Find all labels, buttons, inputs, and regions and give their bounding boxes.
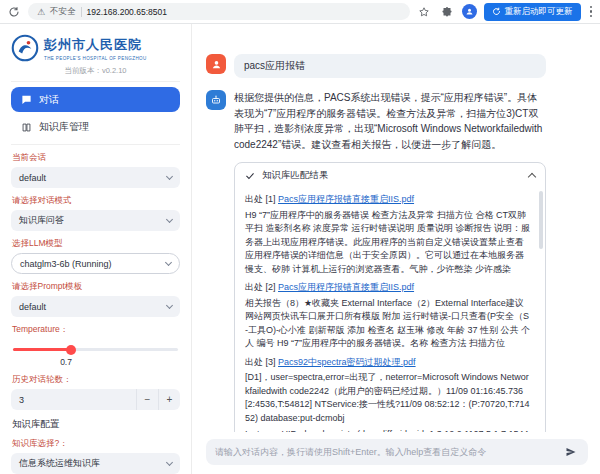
sidebar-divider <box>11 144 180 145</box>
bookmark-star-button[interactable] <box>416 4 432 20</box>
chevron-down-icon <box>166 216 173 223</box>
nav-kb-manage[interactable]: 知识库管理 <box>11 115 180 139</box>
history-rounds-value[interactable]: 3 <box>11 389 136 410</box>
prompt-template-label: 请选择Prompt模板 <box>12 281 179 293</box>
source-body: 相关报告（8）★收藏夹 External Interface（2）Externa… <box>245 297 531 351</box>
llm-model-label: 选择LLM模型 <box>12 238 179 250</box>
source-body: H9 “7”应用程序中的服务器错误 检查方法及异常 扫描方位 合格 CT双肺平扫… <box>245 209 531 277</box>
source-line: 出处 [1] Pacs应用程序报错直接重启IIS.pdf <box>245 193 531 207</box>
browser-actions: 重新启动即可更新 <box>416 3 595 21</box>
robot-icon <box>210 94 222 106</box>
source-prefix: 出处 [1] <box>245 194 276 204</box>
expander-scrollbar-thumb[interactable] <box>539 191 543 249</box>
assistant-message-body: 根据您提供的信息，PACS系统出现错误，提示“应用程序错误”。具体表现为“7”应… <box>234 90 546 432</box>
source-prefix: 出处 [2] <box>245 282 276 292</box>
chevron-down-icon <box>166 173 173 180</box>
kb-select-label: 知识库选择?： <box>12 438 179 450</box>
person-icon <box>211 59 222 70</box>
app-version: 当前版本：v0.2.10 <box>11 66 180 76</box>
source-body: [D1]，user=spectra,error=出现了，neterror=Mic… <box>245 371 531 425</box>
chat-input-bar <box>206 439 588 465</box>
kb-match-expander-header[interactable]: 知识库匹配结果 <box>235 163 545 188</box>
address-bar[interactable]: ⚠ 不安全 192.168.200.65:8501 <box>28 3 410 20</box>
session-label: 当前会话 <box>12 152 179 164</box>
check-icon <box>245 171 255 181</box>
dialog-mode-value: 知识库问答 <box>19 214 64 227</box>
source-line: 出处 [2] Pacs应用程序报错直接重启IIS.pdf <box>245 281 531 295</box>
increment-button[interactable]: + <box>158 389 180 410</box>
user-avatar <box>206 54 226 74</box>
decrement-button[interactable]: − <box>136 389 158 410</box>
reload-icon <box>8 6 20 18</box>
temperature-value: 0.7 <box>60 357 180 367</box>
kb-match-expander-content: 出处 [1] Pacs应用程序报错直接重启IIS.pdf H9 “7”应用程序中… <box>235 193 545 432</box>
dialog-mode-select[interactable]: 知识库问答 <box>11 210 180 231</box>
chevron-down-icon <box>166 302 173 309</box>
source-link[interactable]: Pacs应用程序报错直接重启IIS.pdf <box>278 194 414 204</box>
sidebar-divider <box>11 81 180 82</box>
history-rounds-label: 历史对话轮数： <box>12 374 179 386</box>
temperature-label: Temperature： <box>12 324 179 336</box>
prompt-template-select[interactable]: default <box>11 296 180 317</box>
nav-dialog-button[interactable]: 对话 <box>11 87 180 112</box>
send-icon <box>565 446 577 458</box>
sidebar: 彭州市人民医院 THE PEOPLE'S HOSPITAL OF PENGZHO… <box>0 24 192 474</box>
person-icon <box>465 7 474 16</box>
nav-kb-label: 知识库管理 <box>39 120 89 134</box>
restart-update-button[interactable]: 重新启动即可更新 <box>484 3 581 21</box>
temperature-slider[interactable] <box>13 344 178 354</box>
kb-select-value: 信息系统运维知识库 <box>19 457 100 470</box>
update-reload-icon <box>492 7 501 16</box>
app-root: 彭州市人民医院 THE PEOPLE'S HOSPITAL OF PENGZHO… <box>0 24 600 474</box>
url-text: 192.168.200.65:8501 <box>87 7 167 17</box>
source-line: 出处 [3] Pacs92中spectra密码过期处理.pdf <box>245 356 531 370</box>
assistant-avatar <box>206 90 226 110</box>
update-button-label: 重新启动即可更新 <box>505 6 573 18</box>
profile-avatar[interactable] <box>462 4 477 19</box>
chat-message-list: pacs应用报错 根据您提供的信息，PACS系统出现错误，提示“应用程序错误”。… <box>192 24 600 432</box>
book-icon <box>21 122 32 133</box>
user-message-text: pacs应用报错 <box>234 54 546 78</box>
hospital-logo: 彭州市人民医院 THE PEOPLE'S HOSPITAL OF PENGZHO… <box>11 34 180 62</box>
prompt-template-value: default <box>19 302 46 312</box>
session-value: default <box>19 173 46 183</box>
chevron-up-icon <box>528 173 536 181</box>
kb-config-header[interactable]: 知识库配置 <box>12 418 179 431</box>
hospital-name-en: THE PEOPLE'S HOSPITAL OF PENGZHOU <box>44 56 147 61</box>
security-label: 不安全 <box>50 6 76 18</box>
not-secure-warning-icon: ⚠ <box>37 7 45 17</box>
kb-select[interactable]: 信息系统运维知识库 <box>11 453 180 474</box>
slider-thumb[interactable] <box>66 345 76 355</box>
source-prefix: 出处 [3] <box>245 357 276 367</box>
hospital-emblem-icon <box>11 34 39 62</box>
reload-button[interactable] <box>6 4 22 20</box>
slider-fill <box>13 348 71 351</box>
llm-model-value: chatglm3-6b (Running) <box>20 259 112 269</box>
chevron-down-icon <box>166 459 173 466</box>
star-icon <box>418 6 430 18</box>
assistant-message-text: 根据您提供的信息，PACS系统出现错误，提示“应用程序错误”。具体表现为“7”应… <box>234 90 546 152</box>
extensions-button[interactable] <box>439 4 455 20</box>
chat-input[interactable] <box>215 447 557 457</box>
kb-match-expander: 知识库匹配结果 出处 [1] Pacs应用程序报错直接重启IIS.pdf H9 … <box>234 162 546 432</box>
nav-dialog-label: 对话 <box>39 93 59 107</box>
chat-bubble-icon <box>21 94 32 105</box>
browser-menu-button[interactable] <box>588 4 595 20</box>
send-button[interactable] <box>563 444 579 460</box>
hospital-name: 彭州市人民医院 <box>44 36 147 54</box>
llm-model-select[interactable]: chatglm3-6b (Running) <box>11 253 180 274</box>
hospital-logo-text: 彭州市人民医院 THE PEOPLE'S HOSPITAL OF PENGZHO… <box>44 36 147 61</box>
source-body-extra: Instance UID already exists (dup, diff-p… <box>245 428 531 432</box>
browser-toolbar: ⚠ 不安全 192.168.200.65:8501 重新启动即可更新 <box>0 0 600 24</box>
user-message-row: pacs应用报错 <box>206 54 546 78</box>
source-link[interactable]: Pacs92中spectra密码过期处理.pdf <box>278 357 416 367</box>
session-select[interactable]: default <box>11 167 180 188</box>
source-link[interactable]: Pacs应用程序报错直接重启IIS.pdf <box>278 282 414 292</box>
history-rounds-stepper: 3 − + <box>11 389 180 410</box>
chevron-down-icon <box>165 259 172 266</box>
puzzle-icon <box>441 6 453 18</box>
address-divider <box>81 7 82 17</box>
assistant-message-row: 根据您提供的信息，PACS系统出现错误，提示“应用程序错误”。具体表现为“7”应… <box>206 90 546 432</box>
dialog-mode-label: 请选择对话模式 <box>12 195 179 207</box>
kb-match-expander-title: 知识库匹配结果 <box>262 169 329 182</box>
